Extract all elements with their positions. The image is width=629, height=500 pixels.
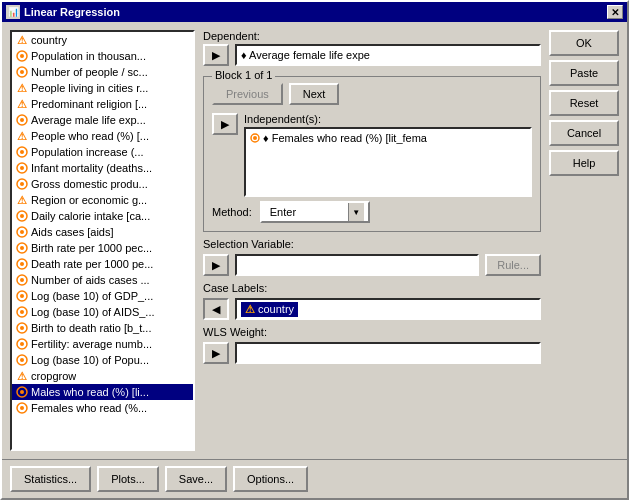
statistics-button[interactable]: Statistics... — [10, 466, 91, 492]
reset-button[interactable]: Reset — [549, 90, 619, 116]
dependent-label: Dependent: — [203, 30, 541, 42]
wls-weight-label: WLS Weight: — [203, 326, 541, 338]
variable-item[interactable]: ⚠People living in cities r... — [12, 80, 193, 96]
svg-point-7 — [20, 150, 24, 154]
titlebar-icon: 📊 — [6, 5, 20, 19]
variable-item[interactable]: ⚠cropgrow — [12, 368, 193, 384]
svg-point-29 — [20, 342, 24, 346]
dependent-field-row: ▶ ♦ Average female life expe — [203, 44, 541, 66]
variable-item[interactable]: Death rate per 1000 pe... — [12, 256, 193, 272]
svg-point-5 — [20, 118, 24, 122]
variable-item[interactable]: Population in thousan... — [12, 48, 193, 64]
linear-regression-window: 📊 Linear Regression ✕ ⚠countryPopulation… — [0, 0, 629, 500]
variable-item[interactable]: ⚠Region or economic g... — [12, 192, 193, 208]
dependent-section: Dependent: ▶ ♦ Average female life expe — [203, 30, 541, 66]
case-labels-section: Case Labels: ◀ ⚠ country — [203, 282, 541, 320]
variable-item[interactable]: Birth to death ratio [b_t... — [12, 320, 193, 336]
case-label-icon: ⚠ — [245, 303, 255, 316]
dependent-input[interactable]: ♦ Average female life expe — [235, 44, 541, 66]
variable-item[interactable]: Birth rate per 1000 pec... — [12, 240, 193, 256]
variable-item[interactable]: Log (base 10) of AIDS_... — [12, 304, 193, 320]
variable-item[interactable]: Females who read (%... — [12, 400, 193, 416]
svg-point-11 — [20, 182, 24, 186]
block-title: Block 1 of 1 — [212, 69, 275, 81]
svg-point-37 — [253, 136, 257, 140]
svg-point-35 — [20, 406, 24, 410]
variable-item[interactable]: Log (base 10) of GDP_... — [12, 288, 193, 304]
variable-item[interactable]: Aids cases [aids] — [12, 224, 193, 240]
variable-item[interactable]: Log (base 10) of Popu... — [12, 352, 193, 368]
selection-variable-input[interactable] — [235, 254, 479, 276]
svg-point-33 — [20, 390, 24, 394]
wls-weight-input[interactable] — [235, 342, 541, 364]
method-select[interactable]: Enter ▼ — [260, 201, 370, 223]
variable-item[interactable]: Daily calorie intake [ca... — [12, 208, 193, 224]
bottom-bar: Statistics... Plots... Save... Options..… — [2, 459, 627, 498]
svg-point-27 — [20, 326, 24, 330]
case-labels-input[interactable]: ⚠ country — [235, 298, 541, 320]
close-button[interactable]: ✕ — [607, 5, 623, 19]
variable-item[interactable]: Infant mortality (deaths... — [12, 160, 193, 176]
dependent-value: ♦ Average female life expe — [241, 49, 370, 61]
plots-button[interactable]: Plots... — [97, 466, 159, 492]
selection-variable-label: Selection Variable: — [203, 238, 541, 250]
variable-item[interactable]: Number of aids cases ... — [12, 272, 193, 288]
next-button[interactable]: Next — [289, 83, 340, 105]
selection-variable-row: ▶ Rule... — [203, 254, 541, 276]
svg-point-19 — [20, 262, 24, 266]
action-buttons-panel: OK Paste Reset Cancel Help — [549, 30, 619, 451]
independents-arrow-button[interactable]: ▶ — [212, 113, 238, 135]
variable-item[interactable]: ⚠country — [12, 32, 193, 48]
variable-item[interactable]: Fertility: average numb... — [12, 336, 193, 352]
svg-point-3 — [20, 70, 24, 74]
case-labels-label: Case Labels: — [203, 282, 541, 294]
block-group: Block 1 of 1 Previous Next ▶ Independent… — [203, 76, 541, 232]
independent-item: ♦ Females who read (%) [lit_fema — [250, 131, 526, 145]
previous-button[interactable]: Previous — [212, 83, 283, 105]
window-title: Linear Regression — [24, 6, 120, 18]
svg-point-9 — [20, 166, 24, 170]
wls-weight-section: WLS Weight: ▶ — [203, 326, 541, 364]
variable-list-panel: ⚠countryPopulation in thousan...Number o… — [10, 30, 195, 451]
method-label: Method: — [212, 206, 252, 218]
dependent-arrow-button[interactable]: ▶ — [203, 44, 229, 66]
svg-point-25 — [20, 310, 24, 314]
svg-point-17 — [20, 246, 24, 250]
variable-item[interactable]: ⚠Predominant religion [... — [12, 96, 193, 112]
independents-box[interactable]: ♦ Females who read (%) [lit_fema — [244, 127, 532, 197]
help-button[interactable]: Help — [549, 150, 619, 176]
svg-point-15 — [20, 230, 24, 234]
selection-variable-arrow[interactable]: ▶ — [203, 254, 229, 276]
wls-weight-row: ▶ — [203, 342, 541, 364]
wls-weight-arrow[interactable]: ▶ — [203, 342, 229, 364]
variable-item[interactable]: Number of people / sc... — [12, 64, 193, 80]
rule-button[interactable]: Rule... — [485, 254, 541, 276]
save-button[interactable]: Save... — [165, 466, 227, 492]
case-labels-row: ◀ ⚠ country — [203, 298, 541, 320]
independents-label: Independent(s): — [244, 113, 532, 125]
case-label-value: ⚠ country — [241, 302, 298, 317]
independents-row: ▶ Independent(s): ♦ Females who read (%)… — [212, 113, 532, 197]
cancel-button[interactable]: Cancel — [549, 120, 619, 146]
main-content: ⚠countryPopulation in thousan...Number o… — [2, 22, 627, 459]
svg-point-1 — [20, 54, 24, 58]
block-nav: Previous Next — [212, 83, 532, 105]
svg-point-23 — [20, 294, 24, 298]
ok-button[interactable]: OK — [549, 30, 619, 56]
method-value: Enter — [266, 206, 348, 218]
method-dropdown-arrow[interactable]: ▼ — [348, 203, 364, 221]
paste-button[interactable]: Paste — [549, 60, 619, 86]
svg-point-13 — [20, 214, 24, 218]
variable-listbox[interactable]: ⚠countryPopulation in thousan...Number o… — [10, 30, 195, 451]
method-row: Method: Enter ▼ — [212, 201, 532, 223]
variable-item[interactable]: Gross domestic produ... — [12, 176, 193, 192]
variable-item[interactable]: Males who read (%) [li... — [12, 384, 193, 400]
titlebar-title: 📊 Linear Regression — [6, 5, 120, 19]
case-labels-arrow[interactable]: ◀ — [203, 298, 229, 320]
options-button[interactable]: Options... — [233, 466, 308, 492]
variable-item[interactable]: ⚠People who read (%) [... — [12, 128, 193, 144]
svg-point-31 — [20, 358, 24, 362]
variable-item[interactable]: Average male life exp... — [12, 112, 193, 128]
selection-variable-section: Selection Variable: ▶ Rule... — [203, 238, 541, 276]
variable-item[interactable]: Population increase (... — [12, 144, 193, 160]
